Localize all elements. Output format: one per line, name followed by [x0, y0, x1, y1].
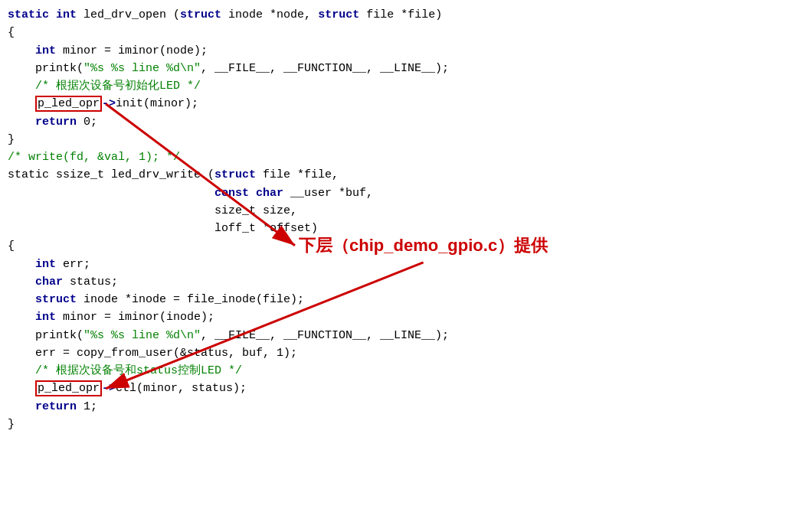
code-container: static int led_drv_open (struct inode *n…	[0, 0, 812, 439]
code-token: 1;	[77, 400, 97, 413]
code-line: static ssize_t led_drv_write (struct fil…	[8, 166, 804, 184]
code-token: static ssize_t led_drv_write (	[8, 168, 214, 181]
code-token	[8, 382, 35, 395]
code-token: file *file)	[359, 8, 442, 21]
code-line: }	[8, 416, 804, 433]
code-line: char status;	[8, 273, 804, 291]
code-token	[8, 293, 35, 306]
code-token: ->	[102, 382, 116, 395]
code-token: minor = iminor(node);	[56, 44, 208, 57]
code-token: return	[35, 116, 77, 129]
code-line: const char __user *buf,	[8, 184, 804, 202]
code-token	[8, 116, 35, 129]
code-token: /* write(fd, &val, 1); */	[8, 151, 180, 164]
code-token: ctl(minor, status);	[116, 382, 247, 395]
code-line: p_led_opr->ctl(minor, status);	[8, 380, 804, 397]
code-token: inode *inode = file_inode(file);	[77, 293, 304, 306]
code-token	[8, 258, 35, 271]
code-line: size_t size,	[8, 202, 804, 220]
code-token	[8, 276, 35, 289]
code-line: {	[8, 237, 804, 255]
code-token: const	[214, 187, 249, 200]
code-token: int	[35, 44, 56, 57]
code-token: inode *node,	[221, 8, 318, 21]
code-token: loff_t *offset)	[8, 222, 318, 235]
code-token: return	[35, 400, 77, 413]
code-token	[8, 400, 35, 413]
code-token: struct	[318, 8, 359, 21]
code-line: p_led_opr->init(minor);	[8, 95, 804, 113]
code-token: printk(	[8, 329, 83, 342]
code-token: err = copy_from_user(&status, buf, 1);	[8, 347, 297, 360]
code-line: printk("%s %s line %d\n", __FILE__, __FU…	[8, 60, 804, 77]
code-line: /* write(fd, &val, 1); */	[8, 148, 804, 166]
code-line: /* 根据次设备号和status控制LED */	[8, 362, 804, 380]
code-token: __user *buf,	[283, 187, 373, 200]
code-token: minor = iminor(inode);	[56, 311, 214, 324]
code-token: int	[35, 311, 56, 324]
code-line: return 0;	[8, 113, 804, 131]
code-line: int err;	[8, 256, 804, 273]
highlighted-box: p_led_opr	[35, 96, 102, 112]
code-token: led_drv_open (	[77, 8, 180, 21]
code-token: /* 根据次设备号初始化LED */	[35, 80, 201, 93]
code-token: int	[35, 258, 56, 271]
code-token: printk(	[8, 62, 83, 75]
code-line: }	[8, 131, 804, 148]
code-line: static int led_drv_open (struct inode *n…	[8, 6, 804, 24]
code-token: status;	[63, 276, 118, 289]
code-token	[8, 187, 214, 200]
code-token: int	[56, 8, 77, 21]
code-token: , __FILE__, __FUNCTION__, __LINE__);	[201, 62, 449, 75]
code-line: int minor = iminor(inode);	[8, 308, 804, 326]
code-line: int minor = iminor(node);	[8, 42, 804, 60]
code-token	[8, 364, 35, 377]
code-token: static	[8, 8, 49, 21]
code-token	[49, 8, 56, 21]
code-token: ->	[102, 97, 116, 110]
code-token: /* 根据次设备号和status控制LED */	[35, 364, 242, 377]
code-token	[8, 311, 35, 324]
code-token: }	[8, 418, 15, 431]
code-token	[249, 187, 256, 200]
code-token	[8, 80, 35, 93]
code-token: file *file,	[256, 168, 339, 181]
code-token: char	[35, 276, 63, 289]
code-token: 0;	[77, 116, 97, 129]
code-token: init(minor);	[116, 97, 198, 110]
highlighted-box: p_led_opr	[35, 380, 102, 396]
code-token	[8, 97, 35, 110]
code-token: char	[256, 187, 283, 200]
code-token: struct	[35, 293, 77, 306]
code-line: /* 根据次设备号初始化LED */	[8, 77, 804, 95]
code-line: {	[8, 24, 804, 41]
code-line: err = copy_from_user(&status, buf, 1);	[8, 344, 804, 362]
code-token: {	[8, 26, 15, 39]
code-token: , __FILE__, __FUNCTION__, __LINE__);	[201, 329, 449, 342]
code-token: size_t size,	[8, 204, 297, 217]
code-line: struct inode *inode = file_inode(file);	[8, 291, 804, 308]
code-line: loff_t *offset)	[8, 220, 804, 237]
code-token: struct	[180, 8, 221, 21]
code-token	[8, 44, 35, 57]
code-token: }	[8, 133, 15, 146]
code-token: {	[8, 240, 15, 253]
code-token: err;	[56, 258, 90, 271]
code-line: return 1;	[8, 398, 804, 416]
code-token: struct	[214, 168, 256, 181]
code-token: "%s %s line %d\n"	[83, 329, 201, 342]
code-token: "%s %s line %d\n"	[83, 62, 201, 75]
code-line: printk("%s %s line %d\n", __FILE__, __FU…	[8, 327, 804, 344]
